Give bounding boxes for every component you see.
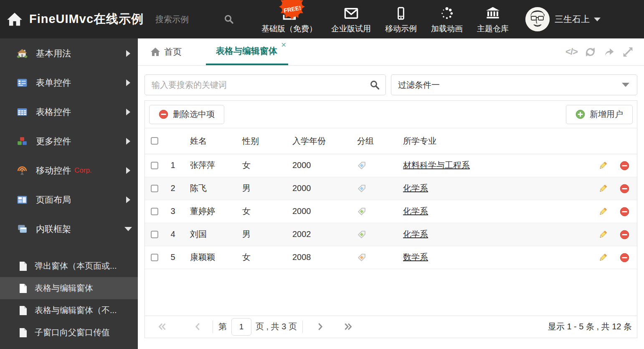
delete-selected-button[interactable]: 删除选中项 bbox=[149, 105, 224, 124]
edit-icon[interactable] bbox=[598, 230, 608, 239]
add-user-button[interactable]: 新增用户 bbox=[566, 105, 633, 124]
page-number-input[interactable] bbox=[231, 318, 251, 336]
layout-icon bbox=[17, 194, 28, 205]
nav-item-enterprise-trial[interactable]: 企业版试用 bbox=[331, 4, 371, 34]
row-checkbox[interactable] bbox=[151, 231, 158, 238]
sidebar-item-grid-controls[interactable]: 表格控件 bbox=[0, 98, 138, 126]
chevron-down-icon bbox=[594, 18, 601, 21]
tab-grid-edit-window[interactable]: 表格与编辑窗体 ✕ bbox=[206, 38, 288, 65]
next-page-button[interactable] bbox=[316, 323, 325, 331]
close-icon[interactable]: ✕ bbox=[281, 42, 287, 48]
sidebar-item-basic-usage[interactable]: 基本用法 bbox=[0, 39, 138, 68]
row-number: 2 bbox=[164, 177, 182, 200]
brand[interactable]: FineUIMvc在线示例 bbox=[7, 11, 144, 28]
major-link[interactable]: 化学系 bbox=[403, 206, 428, 216]
chevron-right-icon bbox=[126, 167, 130, 174]
last-page-button[interactable] bbox=[344, 323, 352, 331]
sidebar-item-mobile-controls[interactable]: 移动控件 Corp. bbox=[0, 156, 138, 185]
nav-item-theme-store[interactable]: 主题仓库 bbox=[477, 4, 509, 34]
cell-year: 2000 bbox=[284, 200, 349, 223]
delete-icon[interactable] bbox=[620, 207, 629, 217]
delete-icon[interactable] bbox=[620, 230, 629, 239]
frames-icon bbox=[17, 224, 28, 234]
col-header-year[interactable]: 入学年份 bbox=[284, 128, 349, 154]
table-icon bbox=[17, 107, 28, 117]
cell-gender: 男 bbox=[234, 177, 284, 200]
row-checkbox[interactable] bbox=[151, 254, 158, 261]
row-checkbox[interactable] bbox=[151, 185, 158, 192]
first-page-button[interactable] bbox=[158, 323, 167, 331]
form-icon bbox=[17, 77, 28, 88]
cell-year: 2000 bbox=[284, 177, 349, 200]
delete-icon[interactable] bbox=[620, 161, 629, 171]
sidebar-item-label: 表单控件 bbox=[36, 77, 71, 89]
sidebar-subitem-grid-edit-window-alt[interactable]: 表格与编辑窗体（不... bbox=[0, 299, 138, 321]
minus-circle-icon bbox=[159, 110, 168, 119]
sidebar-subitem-grid-edit-window[interactable]: 表格与编辑窗体 bbox=[0, 277, 138, 299]
edit-icon[interactable] bbox=[598, 207, 608, 217]
user-name: 三生石上 bbox=[555, 13, 590, 25]
cell-name: 陈飞 bbox=[182, 177, 234, 200]
chevron-down-icon bbox=[124, 227, 132, 231]
col-header-name[interactable]: 姓名 bbox=[182, 128, 234, 154]
col-header-major[interactable]: 所学专业 bbox=[395, 128, 587, 154]
filter-dropdown[interactable]: 过滤条件一 bbox=[391, 74, 637, 95]
cell-name: 张萍萍 bbox=[182, 154, 234, 177]
nav-item-loading-animation[interactable]: 加载动画 bbox=[431, 4, 463, 34]
tag-icon bbox=[357, 161, 366, 170]
row-checkbox[interactable] bbox=[151, 162, 158, 169]
maximize-button[interactable] bbox=[619, 46, 637, 58]
file-icon bbox=[19, 328, 28, 338]
sidebar-subitem-popup-window[interactable]: 弹出窗体（本页面或... bbox=[0, 255, 138, 277]
col-header-gender[interactable]: 性别 bbox=[234, 128, 284, 154]
mobile-icon bbox=[394, 4, 408, 23]
spinner-icon bbox=[439, 4, 454, 23]
major-link[interactable]: 化学系 bbox=[403, 183, 428, 193]
sidebar-item-iframe[interactable]: 内联框架 bbox=[0, 215, 138, 243]
col-header-group[interactable]: 分组 bbox=[349, 128, 395, 154]
sidebar-item-label: 基本用法 bbox=[36, 48, 71, 59]
row-checkbox[interactable] bbox=[151, 208, 158, 215]
search-icon[interactable] bbox=[224, 14, 234, 24]
chevron-right-icon bbox=[316, 323, 325, 331]
search-icon[interactable] bbox=[370, 80, 380, 90]
view-source-button[interactable]: </> bbox=[562, 46, 581, 57]
avatar bbox=[525, 7, 550, 31]
topbar-search-input[interactable] bbox=[155, 15, 218, 24]
corp-badge: Corp. bbox=[74, 166, 92, 175]
page-prefix: 第 bbox=[218, 321, 227, 332]
grid-panel: 删除选中项 新增用户 姓名 性别 入学年份 分组 bbox=[145, 100, 637, 338]
open-new-window-button[interactable] bbox=[600, 46, 619, 58]
nav-label: 加载动画 bbox=[431, 23, 463, 34]
divider bbox=[213, 321, 213, 333]
delete-icon[interactable] bbox=[620, 253, 629, 262]
nav-item-mobile-demo[interactable]: 移动示例 bbox=[385, 4, 417, 34]
sidebar-item-more-controls[interactable]: 更多控件 bbox=[0, 127, 138, 155]
major-link[interactable]: 化学系 bbox=[403, 229, 428, 239]
sidebar-subitem-child-to-parent-alt[interactable]: 子窗口向父窗口传值... bbox=[0, 344, 138, 349]
envelope-icon bbox=[344, 4, 359, 23]
major-link[interactable]: 数学系 bbox=[403, 252, 428, 262]
top-header: FineUIMvc在线示例 FREE! 基础版（免费） 企业版试用 bbox=[0, 0, 644, 38]
sidebar-item-page-layout[interactable]: 页面布局 bbox=[0, 186, 138, 214]
blocks-icon bbox=[17, 136, 28, 147]
table-row: 1 张萍萍 女 2000 材料科学与工程系 bbox=[145, 154, 637, 177]
tab-home[interactable]: 首页 bbox=[150, 38, 182, 65]
edit-icon[interactable] bbox=[598, 253, 608, 262]
keyword-search-input[interactable] bbox=[152, 80, 370, 90]
refresh-button[interactable] bbox=[581, 46, 600, 58]
chevron-down-icon bbox=[622, 83, 629, 87]
sidebar-subitem-child-to-parent[interactable]: 子窗口向父窗口传值 bbox=[0, 321, 138, 344]
select-all-checkbox[interactable] bbox=[151, 137, 158, 145]
delete-icon[interactable] bbox=[620, 184, 629, 194]
prev-page-button[interactable] bbox=[193, 323, 202, 331]
user-menu[interactable]: 三生石上 bbox=[525, 7, 601, 31]
cell-year: 2008 bbox=[284, 246, 349, 269]
edit-icon[interactable] bbox=[598, 184, 608, 194]
table-row: 4 刘国 男 2002 化学系 bbox=[145, 223, 637, 246]
tag-icon bbox=[357, 184, 366, 193]
sidebar-item-form-controls[interactable]: 表单控件 bbox=[0, 69, 138, 97]
nav-label: 基础版（免费） bbox=[261, 23, 317, 34]
edit-icon[interactable] bbox=[598, 161, 608, 171]
major-link[interactable]: 材料科学与工程系 bbox=[403, 160, 470, 170]
